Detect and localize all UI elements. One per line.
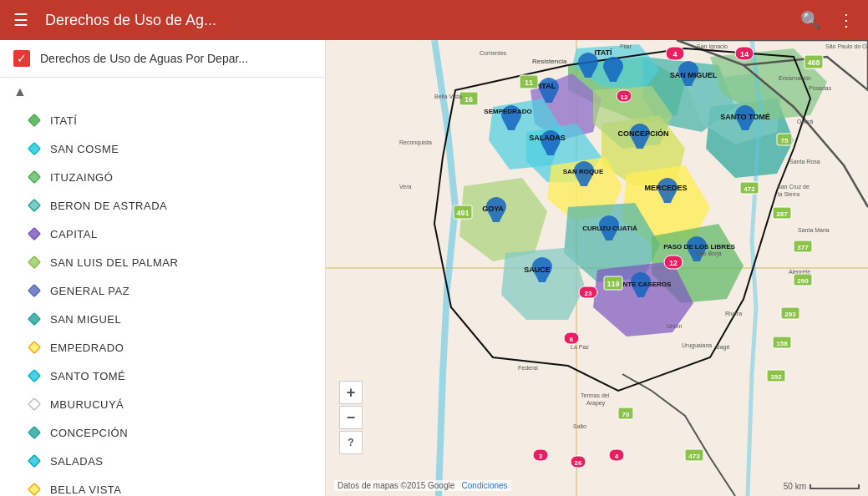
svg-rect-10 bbox=[28, 398, 40, 410]
svg-rect-13 bbox=[28, 483, 40, 495]
scale-line bbox=[810, 484, 860, 489]
sidebar-item[interactable]: GENERAL PAZ bbox=[0, 276, 325, 305]
svg-text:Vera: Vera bbox=[399, 184, 412, 190]
sidebar-layer-title: Derechos de Uso de Aguas Por Depar... bbox=[40, 52, 248, 65]
sidebar-item[interactable]: ITUZAINGÓ bbox=[0, 163, 325, 191]
search-icon[interactable]: 🔍 bbox=[800, 10, 821, 30]
scale-bar: 50 km bbox=[784, 482, 860, 491]
sidebar: ✓ Derechos de Uso de Aguas Por Depar... … bbox=[0, 40, 326, 496]
svg-text:4: 4 bbox=[673, 50, 677, 58]
sidebar-item[interactable]: SANTO TOMÉ bbox=[0, 362, 325, 390]
svg-rect-6 bbox=[28, 285, 40, 296]
sidebar-items-list: ITATÍSAN COSMEITUZAINGÓBERON DE ASTRADAC… bbox=[0, 106, 325, 496]
sidebar-item[interactable]: SAN COSME bbox=[0, 134, 325, 163]
svg-text:Bella Vista: Bella Vista bbox=[434, 94, 462, 99]
region-label: BERON DE ASTRADA bbox=[50, 200, 167, 212]
header-title: Derechos de Uso de Ag... bbox=[45, 12, 784, 29]
svg-rect-8 bbox=[28, 342, 40, 353]
map-container[interactable]: ITATÍ CAPITAL SAN MIGUEL SEMPEDRADO SALA… bbox=[326, 40, 868, 496]
svg-text:Termas del: Termas del bbox=[581, 392, 610, 398]
sidebar-item[interactable]: BELLA VISTA bbox=[0, 475, 325, 496]
main-content: ✓ Derechos de Uso de Aguas Por Depar... … bbox=[0, 40, 868, 496]
menu-icon[interactable]: ☰ bbox=[13, 10, 28, 30]
svg-text:SALADAS: SALADAS bbox=[529, 134, 566, 142]
sidebar-item[interactable]: CONCEPCIÓN bbox=[0, 418, 325, 447]
svg-text:290: 290 bbox=[797, 277, 809, 285]
svg-text:468: 468 bbox=[807, 58, 820, 67]
svg-text:GOYA: GOYA bbox=[482, 205, 504, 213]
svg-text:Pilar: Pilar bbox=[620, 43, 632, 49]
svg-text:14: 14 bbox=[740, 50, 749, 58]
svg-rect-3 bbox=[28, 200, 40, 211]
svg-text:491: 491 bbox=[456, 209, 469, 217]
region-icon bbox=[27, 113, 42, 128]
sidebar-item[interactable]: ITATÍ bbox=[0, 106, 325, 134]
region-label: GENERAL PAZ bbox=[50, 285, 129, 297]
svg-rect-9 bbox=[28, 370, 40, 382]
region-label: CAPITAL bbox=[50, 228, 98, 240]
svg-text:4: 4 bbox=[615, 453, 619, 460]
svg-text:SAUCE: SAUCE bbox=[524, 266, 551, 274]
region-label: BELLA VISTA bbox=[50, 483, 121, 496]
svg-rect-1 bbox=[28, 143, 40, 154]
svg-text:Oberá: Oberá bbox=[797, 119, 814, 124]
svg-text:la Sierra: la Sierra bbox=[778, 191, 799, 197]
svg-text:San Cruz de: San Cruz de bbox=[777, 184, 810, 190]
region-label: MBURUCUYÁ bbox=[50, 398, 124, 411]
sidebar-item[interactable]: EMPEDRADO bbox=[0, 333, 325, 362]
region-icon bbox=[27, 368, 42, 383]
sidebar-item[interactable]: SAN MIGUEL bbox=[0, 305, 325, 333]
svg-rect-5 bbox=[28, 256, 40, 268]
conditions-link[interactable]: Condiciones bbox=[462, 481, 508, 490]
help-button[interactable]: ? bbox=[339, 431, 363, 454]
region-icon bbox=[27, 311, 42, 326]
svg-rect-12 bbox=[28, 455, 40, 467]
region-label: SALADAS bbox=[50, 455, 103, 468]
collapse-button[interactable]: ▲ bbox=[0, 78, 325, 106]
svg-text:11: 11 bbox=[525, 78, 533, 87]
svg-rect-11 bbox=[28, 427, 40, 438]
sidebar-item[interactable]: SALADAS bbox=[0, 447, 325, 475]
zoom-out-button[interactable]: − bbox=[339, 406, 363, 429]
region-label: SAN MIGUEL bbox=[50, 313, 121, 326]
svg-text:PASO DE LOS LIBRES: PASO DE LOS LIBRES bbox=[663, 243, 735, 251]
region-icon bbox=[27, 170, 42, 185]
sidebar-item[interactable]: MBURUCUYÁ bbox=[0, 390, 325, 418]
region-icon bbox=[27, 425, 42, 440]
svg-text:São Paulo do Oeste: São Paulo do Oeste bbox=[825, 43, 868, 49]
collapse-icon: ▲ bbox=[13, 84, 27, 99]
svg-text:Rivera: Rivera bbox=[725, 311, 742, 316]
region-label: CONCEPCIÓN bbox=[50, 427, 128, 439]
svg-text:392: 392 bbox=[770, 373, 782, 381]
svg-text:23: 23 bbox=[585, 290, 592, 297]
map-attribution: Datos de mapas ©2015 Google Condiciones bbox=[334, 480, 511, 491]
svg-text:6: 6 bbox=[570, 336, 574, 343]
svg-text:75: 75 bbox=[781, 137, 789, 144]
app-header: ☰ Derechos de Uso de Ag... 🔍 ⋮ bbox=[0, 0, 868, 40]
svg-text:SAN MIGUEL: SAN MIGUEL bbox=[670, 71, 718, 79]
layer-checkbox[interactable]: ✓ bbox=[13, 50, 30, 67]
svg-text:12: 12 bbox=[621, 94, 628, 101]
svg-rect-4 bbox=[28, 228, 40, 240]
svg-text:472: 472 bbox=[744, 185, 755, 193]
sidebar-item[interactable]: BERON DE ASTRADA bbox=[0, 191, 325, 220]
svg-text:70: 70 bbox=[622, 411, 630, 418]
svg-text:Corrientes: Corrientes bbox=[480, 50, 507, 56]
svg-text:Santa Rosa: Santa Rosa bbox=[789, 159, 820, 164]
sidebar-item[interactable]: SAN LUIS DEL PALMAR bbox=[0, 248, 325, 276]
svg-text:Unión: Unión bbox=[667, 323, 682, 329]
svg-text:Arapey: Arapey bbox=[586, 400, 606, 407]
sidebar-header: ✓ Derechos de Uso de Aguas Por Depar... bbox=[0, 40, 325, 78]
sidebar-item[interactable]: CAPITAL bbox=[0, 220, 325, 248]
region-icon bbox=[27, 226, 42, 241]
svg-text:16: 16 bbox=[464, 95, 473, 104]
region-label: ITUZAINGÓ bbox=[50, 171, 113, 184]
svg-text:La Paz: La Paz bbox=[571, 344, 589, 350]
region-icon bbox=[27, 141, 42, 156]
more-options-icon[interactable]: ⋮ bbox=[838, 10, 855, 30]
region-label: SAN LUIS DEL PALMAR bbox=[50, 256, 178, 269]
svg-text:Reconquista: Reconquista bbox=[399, 139, 432, 146]
map-controls: + − ? bbox=[339, 381, 363, 454]
zoom-in-button[interactable]: + bbox=[339, 381, 363, 404]
region-label: SANTO TOMÉ bbox=[50, 370, 125, 382]
